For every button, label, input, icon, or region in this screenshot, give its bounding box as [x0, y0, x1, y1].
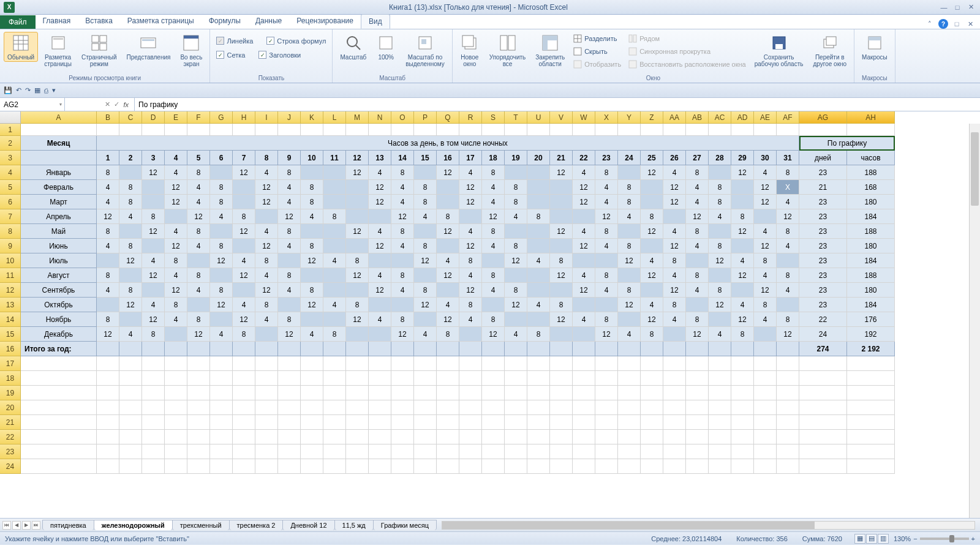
- cell[interactable]: 4: [97, 239, 119, 253]
- cell[interactable]: 12: [255, 195, 278, 209]
- cell[interactable]: 8: [187, 165, 210, 180]
- cell[interactable]: [777, 253, 799, 268]
- cell[interactable]: [482, 415, 505, 430]
- cell[interactable]: [550, 209, 573, 224]
- cell[interactable]: 8: [505, 180, 527, 195]
- cell[interactable]: 26: [663, 151, 686, 165]
- cell[interactable]: 7: [233, 151, 255, 165]
- column-header[interactable]: I: [255, 111, 278, 124]
- row-header[interactable]: 18: [0, 371, 21, 386]
- cell[interactable]: [210, 124, 233, 136]
- row-header[interactable]: 12: [0, 283, 21, 298]
- cell[interactable]: 14: [391, 151, 414, 165]
- maximize-icon[interactable]: □: [952, 3, 963, 12]
- cell[interactable]: 12: [754, 180, 777, 195]
- cell[interactable]: 4: [301, 327, 323, 342]
- cell[interactable]: [527, 195, 550, 209]
- cell[interactable]: [414, 400, 437, 415]
- cell[interactable]: 8: [641, 327, 663, 342]
- cell[interactable]: [210, 386, 233, 400]
- cell[interactable]: [663, 327, 686, 342]
- cell[interactable]: [210, 415, 233, 430]
- cell[interactable]: [369, 400, 391, 415]
- cell[interactable]: 4: [482, 180, 505, 195]
- column-header[interactable]: W: [573, 111, 595, 124]
- cell[interactable]: 23: [799, 165, 847, 180]
- cell[interactable]: [505, 444, 527, 459]
- cell[interactable]: [595, 356, 618, 371]
- cell[interactable]: 4: [641, 253, 663, 268]
- cell[interactable]: 12: [255, 239, 278, 253]
- cell[interactable]: [595, 342, 618, 356]
- cell[interactable]: 12: [618, 253, 641, 268]
- cell[interactable]: 2 192: [847, 342, 895, 356]
- cell[interactable]: [799, 400, 847, 415]
- ribbon-minimize-icon[interactable]: ˄: [925, 19, 935, 29]
- cell[interactable]: 4: [165, 268, 187, 283]
- row-header[interactable]: 8: [0, 224, 21, 239]
- cell[interactable]: [459, 124, 482, 136]
- cell[interactable]: 8: [777, 268, 799, 283]
- cell[interactable]: 12: [550, 165, 573, 180]
- cell[interactable]: [414, 124, 437, 136]
- cell[interactable]: 12: [391, 327, 414, 342]
- cell[interactable]: [119, 386, 142, 400]
- cell[interactable]: [527, 224, 550, 239]
- page-break-button[interactable]: Страничный режим: [78, 32, 121, 69]
- cell[interactable]: [255, 356, 278, 371]
- cell[interactable]: [437, 415, 459, 430]
- cell[interactable]: 4: [573, 224, 595, 239]
- cell[interactable]: 12: [709, 253, 731, 268]
- cell[interactable]: [799, 371, 847, 386]
- cell[interactable]: 4: [391, 195, 414, 209]
- cell[interactable]: 4: [119, 327, 142, 342]
- column-headers[interactable]: ABCDEFGHIJKLMNOPQRSTUVWXYZAAABACADAEAFAG…: [21, 111, 969, 124]
- cell[interactable]: [97, 400, 119, 415]
- cell[interactable]: [165, 327, 187, 342]
- cell[interactable]: [210, 268, 233, 283]
- cell[interactable]: 20: [527, 151, 550, 165]
- cell[interactable]: 4: [663, 165, 686, 180]
- cell[interactable]: [142, 195, 165, 209]
- cell[interactable]: [505, 312, 527, 327]
- cell[interactable]: Сентябрь: [21, 283, 97, 298]
- cell[interactable]: 176: [847, 312, 895, 327]
- cell[interactable]: [799, 356, 847, 371]
- cell[interactable]: 23: [799, 195, 847, 209]
- cell[interactable]: 4: [459, 268, 482, 283]
- normal-view-icon[interactable]: ▦: [854, 534, 865, 544]
- cell[interactable]: [301, 312, 323, 327]
- cell[interactable]: [142, 386, 165, 400]
- cell[interactable]: [278, 444, 301, 459]
- cell[interactable]: Октябрь: [21, 298, 97, 312]
- cell[interactable]: [278, 386, 301, 400]
- column-header[interactable]: K: [301, 111, 323, 124]
- row-header[interactable]: 15: [0, 327, 21, 342]
- cell[interactable]: [437, 386, 459, 400]
- cell[interactable]: 4: [369, 224, 391, 239]
- cell[interactable]: [573, 356, 595, 371]
- zoom-in-icon[interactable]: +: [971, 535, 975, 542]
- cell[interactable]: 23: [799, 209, 847, 224]
- cell[interactable]: [595, 124, 618, 136]
- cell[interactable]: [21, 124, 97, 136]
- cell[interactable]: 12: [142, 224, 165, 239]
- cell[interactable]: 8: [595, 268, 618, 283]
- cell[interactable]: [731, 124, 754, 136]
- cell[interactable]: [573, 430, 595, 444]
- horizontal-scrollbar[interactable]: [442, 521, 975, 530]
- cell[interactable]: 8: [97, 268, 119, 283]
- cell[interactable]: 4: [369, 312, 391, 327]
- cell[interactable]: [777, 298, 799, 312]
- column-header[interactable]: AF: [777, 111, 799, 124]
- cell[interactable]: [777, 400, 799, 415]
- cell[interactable]: [777, 430, 799, 444]
- page-layout-icon[interactable]: ▤: [866, 534, 877, 544]
- cell[interactable]: [754, 356, 777, 371]
- cell[interactable]: [618, 165, 641, 180]
- cell[interactable]: 8: [210, 283, 233, 298]
- column-header[interactable]: N: [369, 111, 391, 124]
- formula-input[interactable]: По графику: [135, 98, 980, 111]
- cell[interactable]: [369, 124, 391, 136]
- cell[interactable]: 8: [301, 195, 323, 209]
